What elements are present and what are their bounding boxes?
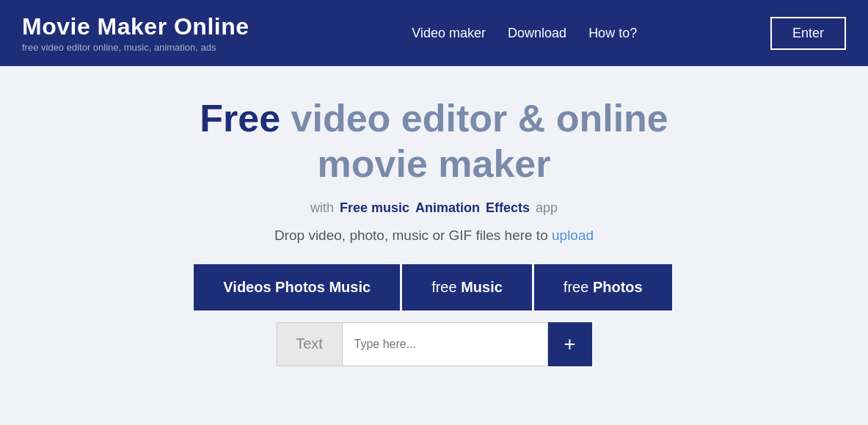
header-nav: Video maker Download How to? <box>279 26 770 41</box>
nav-download[interactable]: Download <box>508 26 566 41</box>
hero-animation-link[interactable]: Animation <box>415 200 480 216</box>
text-type-input[interactable] <box>343 322 548 366</box>
drop-zone-text: Drop video, photo, music or GIF files he… <box>274 228 594 244</box>
drop-text-before: Drop video, photo, music or GIF files he… <box>274 228 548 243</box>
tab-free-photos-free: free <box>564 279 593 295</box>
tab-videos-photos-music[interactable]: Videos Photos Music <box>194 264 400 310</box>
tabs-row: Videos Photos Music free Music free Phot… <box>194 264 674 310</box>
site-subtitle: free video editor online, music, animati… <box>22 42 249 53</box>
nav-how-to[interactable]: How to? <box>588 26 637 41</box>
hero-subtitle: with Free music Animation Effects app <box>310 200 558 216</box>
enter-button[interactable]: Enter <box>770 17 846 50</box>
hero-title: Free video editor & online movie maker <box>141 95 728 187</box>
text-input-row: Text + <box>277 322 592 366</box>
main-content: Free video editor & online movie maker w… <box>0 66 868 388</box>
tab-free-music[interactable]: free Music <box>402 264 532 310</box>
text-label: Text <box>277 322 343 366</box>
header-branding: Movie Maker Online free video editor onl… <box>22 13 249 53</box>
hero-free-music-link[interactable]: Free music <box>340 200 409 216</box>
tab-free-photos-bold: Photos <box>593 279 643 295</box>
tab-free-music-free: free <box>431 279 461 295</box>
add-text-button[interactable]: + <box>548 322 592 366</box>
hero-effects-link[interactable]: Effects <box>486 200 530 216</box>
tab-free-music-bold: Music <box>461 279 503 295</box>
tab-free-photos[interactable]: free Photos <box>534 264 672 310</box>
hero-title-rest: video editor & online movie maker <box>280 97 668 185</box>
tab-videos-photos-music-label: Videos Photos Music <box>223 279 371 295</box>
hero-with-text: with <box>310 200 334 216</box>
hero-title-free: Free <box>200 97 280 139</box>
header: Movie Maker Online free video editor onl… <box>0 0 868 66</box>
nav-video-maker[interactable]: Video maker <box>412 26 486 41</box>
site-title: Movie Maker Online <box>22 13 249 40</box>
header-right: Enter <box>770 17 846 50</box>
upload-link[interactable]: upload <box>552 228 594 243</box>
hero-app-text: app <box>536 200 558 216</box>
